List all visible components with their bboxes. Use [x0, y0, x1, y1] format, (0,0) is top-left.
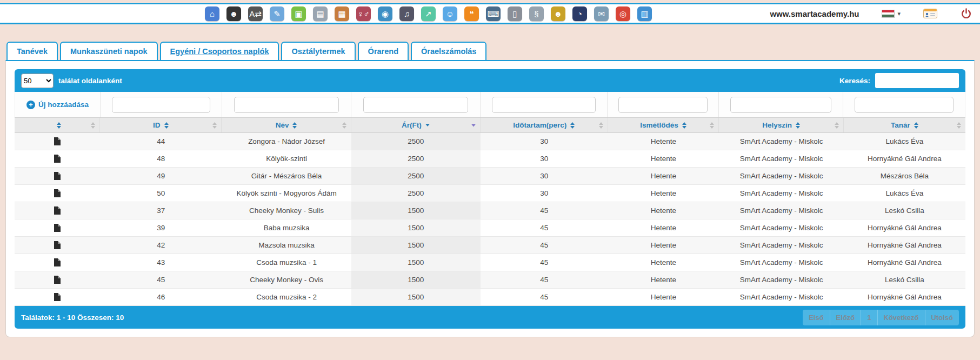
photo-gallery-icon[interactable]: ▦ [335, 6, 349, 21]
sort-carets-icon [914, 122, 918, 129]
page-button-first[interactable]: Első [803, 310, 830, 325]
profile-person-icon[interactable]: ☺ [443, 6, 457, 21]
id-badge-icon[interactable] [923, 8, 937, 19]
table-row: 42Mazsola muzsika150045HetenteSmArt Acad… [15, 237, 965, 254]
cell-idotartam: 45 [481, 254, 608, 271]
cell-idotartam: 30 [481, 150, 608, 167]
column-label-tanar: Tanár [891, 121, 910, 129]
graduation-stopwatch-icon[interactable]: ◔ [572, 6, 587, 21]
computer-folder-icon[interactable]: ▣ [291, 6, 306, 21]
filter-input-ismetlodes[interactable] [618, 97, 708, 113]
document-icon[interactable] [54, 155, 61, 163]
mailbox-icon[interactable]: ▥ [637, 6, 652, 21]
location-pin-icon[interactable]: ◉ [378, 6, 392, 21]
column-header-id[interactable]: ID [100, 118, 222, 132]
cell-id: 48 [100, 150, 222, 167]
cell-ismetlodes: Hetente [608, 219, 719, 236]
filter-input-idotartam[interactable] [492, 97, 595, 113]
column-header-helyszin[interactable]: Helyszín [719, 118, 843, 132]
target-icon[interactable]: ◎ [616, 6, 630, 21]
mail-book-icon[interactable]: ✉ [594, 6, 609, 21]
notes-pen-icon[interactable]: ✎ [270, 6, 284, 21]
table-row: 39Baba muzsika150045HetenteSmArt Academy… [15, 219, 965, 237]
sort-carets-icon [682, 122, 686, 129]
cell-nev: Csoda muzsika - 1 [222, 254, 351, 271]
document-icon[interactable] [54, 241, 61, 249]
language-selector[interactable]: ▾ [882, 10, 901, 18]
results-count: Találatok: 1 - 10 Összesen: 10 [21, 314, 124, 322]
add-new-button[interactable]: +Új hozzáadása [26, 101, 89, 109]
column-header-nev[interactable]: Név [222, 118, 351, 132]
users-group-icon[interactable]: ☻ [226, 6, 241, 21]
column-header-ismetlodes[interactable]: Ismétlődés [608, 118, 719, 132]
document-icon[interactable] [54, 276, 61, 284]
cell-tanar: Hornyákné Gál Andrea [844, 150, 965, 167]
tab-tanevek[interactable]: Tanévek [6, 42, 58, 61]
cell-nev: Kölyök-szinti [222, 150, 351, 167]
cell-nev: Cheeky Monkey - Ovis [222, 271, 351, 288]
tab-osztalytermek[interactable]: Osztálytermek [281, 42, 355, 61]
tab-egyeni-csoportos-naplok[interactable]: Egyéni / Csoportos naplók [160, 42, 279, 61]
cell-tanar: Hornyákné Gál Andrea [844, 219, 965, 236]
certificate-pen-icon[interactable]: § [529, 6, 544, 21]
column-header-actions[interactable] [15, 118, 100, 132]
page-button-prev[interactable]: Előző [830, 310, 862, 325]
document-icon[interactable] [54, 172, 61, 180]
cell-id: 50 [100, 185, 222, 202]
page-button-page-1[interactable]: 1 [861, 310, 877, 325]
cell-nev: Cheeky Monkey - Sulis [222, 202, 351, 219]
cell-nev: Csoda muzsika - 2 [222, 289, 351, 305]
cell-id: 44 [100, 133, 222, 150]
cell-ar: 2500 [351, 168, 481, 184]
tab-bar: TanévekMunkaszüneti napokEgyéni / Csopor… [6, 42, 975, 61]
cell-idotartam: 30 [481, 133, 608, 150]
page-button-last[interactable]: Utolsó [925, 310, 959, 325]
piano-icon[interactable]: ♫ [399, 6, 414, 21]
classroom-presentation-icon[interactable]: ▯ [508, 6, 522, 21]
cell-actions [15, 150, 100, 167]
filter-input-tanar[interactable] [855, 97, 954, 113]
column-header-idotartam[interactable]: Időtartam(perc) [481, 118, 608, 132]
laptop-server-icon[interactable]: ⌨ [486, 6, 501, 21]
table-footer: Találatok: 1 - 10 Összesen: 10 ElsőElőző… [15, 306, 965, 329]
filter-cell-nev [222, 92, 351, 117]
cell-helyszin: SmArt Academy - Miskolc [719, 271, 843, 288]
filter-input-helyszin[interactable] [730, 97, 831, 113]
page-size-select[interactable]: 50 [21, 74, 54, 88]
chat-bubble-icon[interactable]: ❝ [464, 6, 479, 21]
kids-group-icon[interactable]: ☻ [551, 6, 565, 21]
document-icon[interactable] [54, 224, 61, 232]
sort-carets-icon [796, 122, 800, 129]
document-icon[interactable] [54, 137, 61, 145]
parents-icon[interactable]: ♀♂ [356, 6, 371, 21]
column-header-tanar[interactable]: Tanár [844, 118, 965, 132]
tab-oraelszamolas[interactable]: Óraelszámolás [411, 42, 486, 61]
translate-icon[interactable]: A⇄ [248, 6, 263, 21]
filter-input-id[interactable] [112, 97, 210, 113]
search-input[interactable] [875, 73, 959, 88]
document-icon[interactable] [54, 258, 61, 266]
filter-input-ar[interactable] [363, 97, 468, 113]
page-button-next[interactable]: Következő [878, 310, 925, 325]
cell-nev: Zongora - Nádor József [222, 133, 351, 150]
tab-orarend[interactable]: Órarend [358, 42, 409, 61]
newspaper-icon[interactable]: ▤ [313, 6, 328, 21]
document-icon[interactable] [54, 189, 61, 197]
plus-icon: + [26, 101, 35, 109]
page-size-label: találat oldalanként [58, 77, 122, 85]
cell-helyszin: SmArt Academy - Miskolc [719, 133, 843, 150]
cell-ar: 1500 [351, 289, 481, 305]
hungarian-flag-icon [882, 10, 895, 18]
tab-munkaszuneti-napok[interactable]: Munkaszüneti napok [60, 42, 158, 61]
filter-input-nev[interactable] [234, 97, 339, 113]
document-icon[interactable] [54, 293, 61, 301]
power-icon[interactable] [960, 8, 972, 20]
cell-helyszin: SmArt Academy - Miskolc [719, 254, 843, 271]
document-icon[interactable] [54, 206, 61, 215]
column-header-ar[interactable]: Ár(Ft) [351, 118, 481, 132]
cell-tanar: Lukács Éva [844, 185, 965, 202]
chart-growth-icon[interactable]: ↗ [421, 6, 436, 21]
side-sort-icon [599, 122, 603, 129]
home-icon[interactable]: ⌂ [205, 6, 219, 21]
column-label-idotartam: Időtartam(perc) [513, 121, 566, 129]
